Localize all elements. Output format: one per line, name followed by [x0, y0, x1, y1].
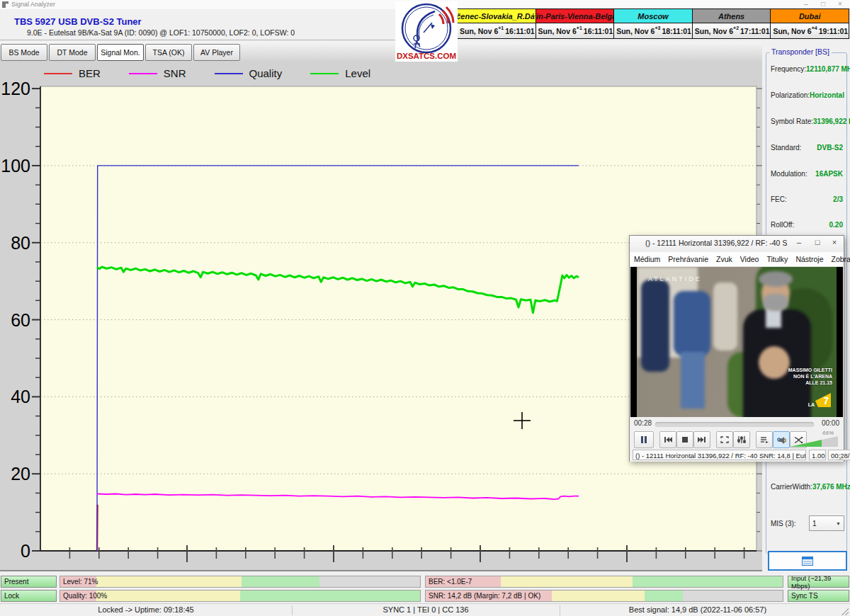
vlc-menubar: MédiumPrehrávanieZvukVideoTitulkyNástroj… — [630, 252, 844, 267]
speaker-icon[interactable] — [778, 436, 787, 445]
level-bar-label: Level: 71% — [63, 578, 98, 586]
transponder-row-rolloff: RollOff:0.20 — [771, 221, 843, 231]
statusbar-lock-uptime: Locked -> Uptime: 09:18:45 — [0, 605, 292, 614]
playback-rate[interactable]: 1.00x — [809, 450, 826, 460]
vlc-menu-zvuk[interactable]: Zvuk — [716, 255, 732, 263]
clock-utc-offset: +1 — [577, 25, 582, 30]
clock-date: Sun, Nov 6 — [695, 27, 733, 35]
previous-button[interactable] — [659, 431, 676, 448]
lock-indicator: Lock — [1, 590, 57, 602]
vlc-video-area[interactable]: ATLANTIDE MASSIMO GILETTINON È L'ARENAAL… — [630, 267, 843, 417]
close-icon[interactable]: × — [833, 0, 847, 8]
vlc-maximize-icon[interactable]: □ — [811, 238, 824, 246]
legend-line-icon — [129, 73, 157, 74]
vlc-menu-zobrazi-[interactable]: Zobraziť — [831, 255, 850, 263]
minimize-icon[interactable]: – — [799, 0, 813, 8]
legend-item-level: Level — [310, 67, 370, 79]
legend-label: Level — [345, 67, 370, 79]
tab-bs-mode[interactable]: BS Mode — [1, 44, 47, 61]
logo-text: DXSATCS.COM — [397, 52, 456, 60]
quality-bar-fill — [60, 591, 420, 601]
vlc-window[interactable]: () - 12111 Horizontal 31396,922 / RF: -4… — [629, 235, 844, 462]
vlc-menu-m-dium[interactable]: Médium — [634, 255, 660, 263]
transponder-list-button[interactable] — [768, 551, 847, 571]
clock-city-label: Athens — [693, 9, 771, 23]
seek-slider[interactable] — [655, 422, 814, 427]
transponder-label: Standard: — [771, 144, 801, 154]
clock-time-row: Sun, Nov 6+318:11:01 — [614, 23, 692, 38]
statusbar-best-signal: Best signal: 14,9 dB (2022-11-06 06:57) — [560, 605, 836, 614]
transponder-value: 12110,877 MHz — [806, 65, 850, 75]
clock-city-label: Lučenec-Slovakia_R.Dávid — [458, 9, 536, 23]
legend-label: BER — [79, 67, 101, 79]
svg-text:0: 0 — [21, 541, 30, 561]
transponder-title: Transponder [BS] — [769, 47, 832, 56]
vlc-menu-video[interactable]: Video — [740, 255, 759, 263]
ber-bar: BER: <1.0E-7 — [425, 576, 783, 588]
clock-utc-offset: +3 — [654, 25, 660, 30]
clock-athens: AthensSun, Nov 6+217:11:01 — [693, 9, 771, 38]
tab-tsa-ok-[interactable]: TSA (OK) — [145, 44, 192, 61]
transponder-label: Symbol Rate: — [771, 118, 813, 127]
svg-text:120: 120 — [1, 79, 30, 98]
transponder-row-fec: FEC:2/3 — [771, 195, 843, 205]
next-button[interactable] — [693, 431, 710, 448]
mis-label: MIS (3): — [771, 520, 796, 527]
clock-city-label: Berlin-Paris-Vienna-Belgrade — [536, 9, 614, 23]
clock-date: Sun, Nov 6 — [616, 27, 654, 35]
legend-item-snr: SNR — [129, 67, 186, 79]
quality-bar: Quality: 100% — [60, 590, 421, 602]
vlc-menu-titulky[interactable]: Titulky — [766, 255, 788, 263]
video-figure — [674, 291, 710, 356]
svg-text:100: 100 — [1, 156, 30, 176]
elapsed-time: 00:28 — [634, 419, 652, 427]
pause-button[interactable] — [634, 431, 654, 448]
video-man-hair — [759, 271, 793, 287]
tab-av-player[interactable]: AV Player — [193, 44, 240, 61]
clock-date: Sun, Nov 6 — [460, 27, 498, 35]
divider — [0, 40, 395, 40]
transponder-row-symbolrate: Symbol Rate:31396,922 KS/s — [771, 118, 843, 127]
stop-button[interactable] — [676, 431, 693, 448]
clock-city-label: Moscow — [614, 9, 692, 23]
vlc-menu-n-stroje[interactable]: Nástroje — [795, 255, 823, 263]
transponder-value: 2/3 — [833, 195, 843, 205]
playlist-button[interactable] — [756, 431, 773, 448]
tab-dt-mode[interactable]: DT Mode — [49, 44, 96, 61]
vlc-statusbar: () - 12111 Horizontal 31396,922 / RF: -4… — [630, 450, 844, 462]
tab-signal-mon-[interactable]: Signal Mon. — [97, 44, 144, 61]
transponder-row-standard: Standard:DVB-S2 — [771, 144, 843, 154]
la7-logo: LA 7 — [808, 393, 831, 407]
promo-line: ALLE 21.15 — [788, 380, 832, 386]
resize-grip-icon[interactable] — [842, 608, 849, 615]
video-figure — [681, 352, 705, 409]
video-man-hands — [759, 346, 790, 379]
app-icon — [2, 1, 8, 8]
fullscreen-button[interactable] — [716, 431, 733, 448]
vlc-minimize-icon[interactable]: – — [793, 238, 805, 246]
mis-select[interactable]: 1 ▼ — [809, 515, 844, 531]
promo-line: MASSIMO GILETTI — [788, 367, 832, 373]
level-bar: Level: 71% — [60, 576, 421, 588]
transponder-label: CarrierWidth: — [771, 483, 812, 493]
world-clocks: Lučenec-Slovakia_R.DávidSun, Nov 6+116:1… — [457, 8, 849, 39]
legend-item-ber: BER — [44, 67, 101, 79]
transponder-value: 16APSK — [815, 170, 843, 180]
remaining-time: 00:00 — [822, 419, 839, 427]
transponder-label: Polarization: — [771, 91, 810, 101]
ber-bar-label: BER: <1.0E-7 — [429, 578, 472, 586]
clock-utc-offset: +4 — [812, 25, 817, 30]
vlc-close-icon[interactable]: × — [828, 238, 841, 246]
promo-text: MASSIMO GILETTINON È L'ARENAALLE 21.15 — [788, 367, 832, 386]
snr-bar: SNR: 14,2 dB (Margin: 7,2 dB | OK) — [425, 590, 783, 602]
resize-grip-icon[interactable] — [838, 455, 843, 460]
transponder-label: Modulation: — [771, 170, 808, 180]
volume-percent: 66% — [822, 430, 834, 436]
clock-time: 18:11:01 — [662, 27, 691, 35]
extended-settings-button[interactable] — [733, 431, 750, 448]
list-window-icon — [802, 557, 813, 566]
vlc-titlebar[interactable]: () - 12111 Horizontal 31396,922 / RF: -4… — [630, 236, 844, 252]
transponder-row-polarization: Polarization:Horizontal — [771, 91, 843, 101]
vlc-menu-prehr-vanie[interactable]: Prehrávanie — [668, 255, 708, 263]
maximize-icon[interactable]: □ — [816, 0, 830, 8]
